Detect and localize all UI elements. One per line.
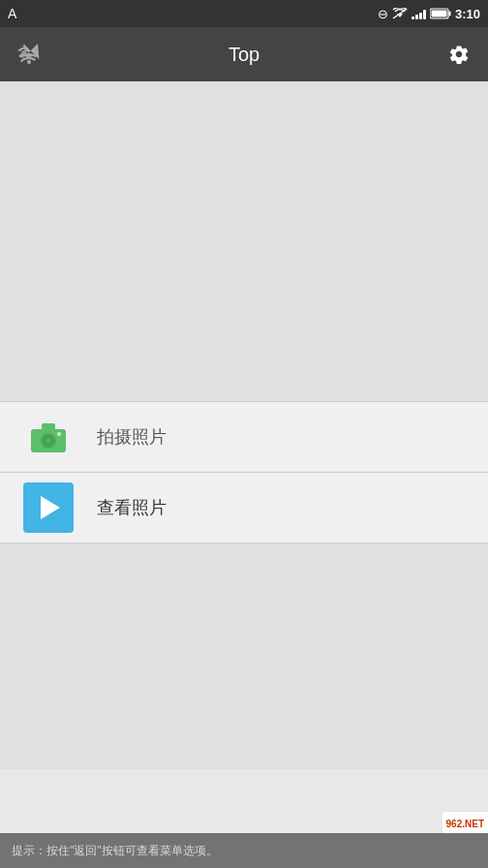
signal-bar-1: [412, 16, 414, 19]
watermark: 962.NET: [442, 812, 488, 833]
svg-rect-4: [431, 11, 446, 17]
signal-bars: [412, 8, 426, 19]
footer-hint-text: 提示：按住"返回"按钮可查看菜单选项。: [12, 843, 218, 859]
battery-icon: [430, 8, 451, 19]
settings-button[interactable]: [442, 37, 476, 72]
menu-container: 拍摄照片 查看照片: [0, 401, 488, 543]
camera-icon: [27, 416, 70, 458]
android-icon: A: [8, 6, 16, 21]
svg-point-9: [57, 432, 61, 436]
svg-rect-3: [448, 12, 450, 16]
take-photo-label: 拍摄照片: [97, 425, 167, 449]
status-time: 3:10: [455, 7, 480, 21]
watermark-text: 962.NET: [446, 819, 484, 829]
top-empty-area: [0, 81, 488, 401]
bottom-empty-area: [0, 543, 488, 769]
status-bar: A ⊖ 3:10: [0, 0, 488, 27]
status-bar-right: ⊖ 3:10: [378, 7, 480, 21]
page-title: Top: [46, 44, 442, 66]
top-app-bar: Top: [0, 27, 488, 81]
wifi-icon: [392, 8, 408, 19]
view-photos-item[interactable]: 查看照片: [0, 473, 488, 542]
do-not-disturb-icon: ⊖: [378, 7, 388, 21]
view-photos-label: 查看照片: [97, 496, 167, 519]
camera-icon-container: [23, 412, 74, 462]
play-icon-container: [23, 482, 74, 533]
take-photo-item[interactable]: 拍摄照片: [0, 402, 488, 472]
signal-bar-3: [419, 13, 422, 19]
play-triangle-icon: [41, 496, 60, 519]
status-bar-left: A: [8, 6, 16, 21]
footer-hint: 提示：按住"返回"按钮可查看菜单选项。: [0, 833, 488, 868]
wifi-off-icon: [17, 43, 41, 66]
svg-point-8: [46, 438, 51, 444]
signal-bar-2: [415, 15, 418, 19]
settings-icon: [447, 43, 471, 66]
signal-bar-4: [423, 10, 426, 19]
wifi-off-button[interactable]: [12, 37, 46, 72]
